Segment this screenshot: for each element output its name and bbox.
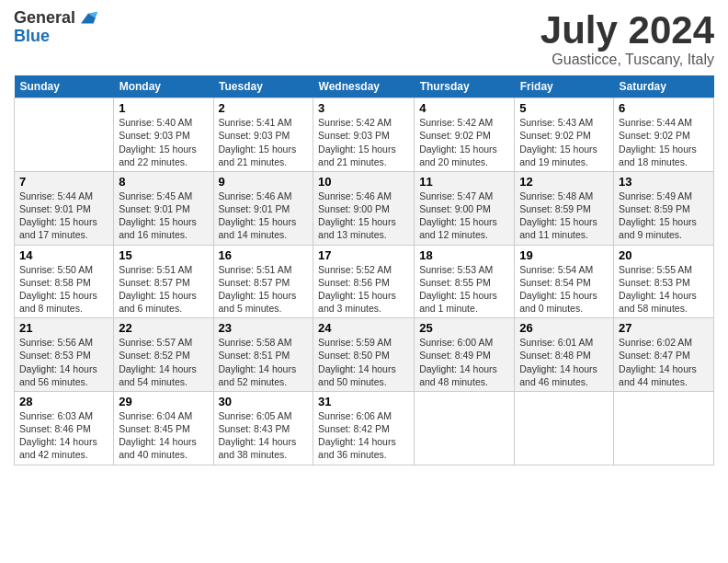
day-info: Sunrise: 5:42 AMSunset: 9:02 PMDaylight:… (419, 116, 509, 168)
day-info: Sunrise: 6:04 AMSunset: 8:45 PMDaylight:… (119, 409, 208, 462)
calendar-week-1: 1Sunrise: 5:40 AMSunset: 9:03 PMDaylight… (15, 98, 714, 172)
calendar-week-4: 21Sunrise: 5:56 AMSunset: 8:53 PMDayligh… (15, 318, 714, 392)
col-friday: Friday (515, 75, 614, 98)
calendar-cell: 17Sunrise: 5:52 AMSunset: 8:56 PMDayligh… (313, 245, 415, 318)
day-info: Sunrise: 5:51 AMSunset: 8:57 PMDaylight:… (119, 263, 208, 316)
day-number: 19 (519, 248, 609, 262)
day-number: 14 (19, 248, 108, 262)
calendar-cell: 5Sunrise: 5:43 AMSunset: 9:02 PMDaylight… (515, 98, 614, 172)
calendar-cell: 3Sunrise: 5:42 AMSunset: 9:03 PMDaylight… (313, 98, 415, 172)
day-number: 28 (19, 395, 108, 408)
logo-general: General (14, 9, 75, 28)
day-number: 1 (119, 101, 208, 115)
calendar-cell: 19Sunrise: 5:54 AMSunset: 8:54 PMDayligh… (515, 245, 614, 318)
calendar-cell (15, 98, 114, 172)
location-title: Guasticce, Tuscany, Italy (540, 52, 714, 68)
calendar-cell: 9Sunrise: 5:46 AMSunset: 9:01 PMDaylight… (213, 171, 313, 245)
calendar-cell: 14Sunrise: 5:50 AMSunset: 8:58 PMDayligh… (15, 245, 114, 318)
calendar-cell: 29Sunrise: 6:04 AMSunset: 8:45 PMDayligh… (114, 391, 213, 465)
day-number: 23 (219, 321, 309, 335)
calendar-week-2: 7Sunrise: 5:44 AMSunset: 9:01 PMDaylight… (15, 171, 714, 245)
calendar-cell: 25Sunrise: 6:00 AMSunset: 8:49 PMDayligh… (415, 318, 515, 392)
col-wednesday: Wednesday (313, 75, 415, 98)
calendar-cell: 26Sunrise: 6:01 AMSunset: 8:48 PMDayligh… (515, 318, 614, 392)
day-info: Sunrise: 5:54 AMSunset: 8:54 PMDaylight:… (519, 263, 609, 316)
calendar-cell (515, 391, 614, 465)
calendar-cell: 23Sunrise: 5:58 AMSunset: 8:51 PMDayligh… (213, 318, 313, 392)
logo: General Blue (14, 9, 99, 46)
day-info: Sunrise: 6:03 AMSunset: 8:46 PMDaylight:… (19, 409, 108, 462)
day-info: Sunrise: 5:46 AMSunset: 9:01 PMDaylight:… (219, 190, 309, 242)
day-number: 16 (219, 248, 309, 262)
day-number: 2 (219, 101, 309, 115)
main-container: General Blue July 2024 Guasticce, Tuscan… (0, 0, 728, 470)
day-info: Sunrise: 5:51 AMSunset: 8:57 PMDaylight:… (219, 263, 309, 316)
day-number: 3 (318, 101, 409, 115)
day-info: Sunrise: 6:06 AMSunset: 8:42 PMDaylight:… (318, 409, 409, 462)
day-number: 18 (419, 248, 509, 262)
calendar-cell: 12Sunrise: 5:48 AMSunset: 8:59 PMDayligh… (515, 171, 614, 245)
calendar-week-3: 14Sunrise: 5:50 AMSunset: 8:58 PMDayligh… (15, 245, 714, 318)
day-info: Sunrise: 5:49 AMSunset: 8:59 PMDaylight:… (619, 190, 709, 242)
col-sunday: Sunday (15, 75, 114, 98)
day-number: 5 (519, 101, 609, 115)
day-info: Sunrise: 5:52 AMSunset: 8:56 PMDaylight:… (318, 263, 409, 316)
calendar-cell: 13Sunrise: 5:49 AMSunset: 8:59 PMDayligh… (614, 171, 714, 245)
calendar-cell: 18Sunrise: 5:53 AMSunset: 8:55 PMDayligh… (415, 245, 515, 318)
col-saturday: Saturday (614, 75, 714, 98)
calendar-cell: 15Sunrise: 5:51 AMSunset: 8:57 PMDayligh… (114, 245, 213, 318)
day-number: 9 (219, 175, 309, 189)
col-monday: Monday (114, 75, 213, 98)
calendar-cell: 22Sunrise: 5:57 AMSunset: 8:52 PMDayligh… (114, 318, 213, 392)
day-info: Sunrise: 5:46 AMSunset: 9:00 PMDaylight:… (318, 190, 409, 242)
calendar-cell: 21Sunrise: 5:56 AMSunset: 8:53 PMDayligh… (15, 318, 114, 392)
header-row-days: Sunday Monday Tuesday Wednesday Thursday… (15, 75, 714, 98)
day-number: 7 (19, 175, 108, 189)
day-info: Sunrise: 5:53 AMSunset: 8:55 PMDaylight:… (419, 263, 509, 316)
calendar-cell: 6Sunrise: 5:44 AMSunset: 9:02 PMDaylight… (614, 98, 714, 172)
calendar-cell: 4Sunrise: 5:42 AMSunset: 9:02 PMDaylight… (415, 98, 515, 172)
day-info: Sunrise: 5:41 AMSunset: 9:03 PMDaylight:… (219, 116, 309, 168)
day-info: Sunrise: 5:56 AMSunset: 8:53 PMDaylight:… (19, 336, 108, 388)
calendar-cell: 27Sunrise: 6:02 AMSunset: 8:47 PMDayligh… (614, 318, 714, 392)
header-row: General Blue July 2024 Guasticce, Tuscan… (14, 9, 714, 68)
calendar-cell (415, 391, 515, 465)
day-info: Sunrise: 5:50 AMSunset: 8:58 PMDaylight:… (19, 263, 108, 316)
day-info: Sunrise: 5:59 AMSunset: 8:50 PMDaylight:… (318, 336, 409, 388)
day-number: 21 (19, 321, 108, 335)
day-info: Sunrise: 5:48 AMSunset: 8:59 PMDaylight:… (519, 190, 609, 242)
calendar-cell: 8Sunrise: 5:45 AMSunset: 9:01 PMDaylight… (114, 171, 213, 245)
day-info: Sunrise: 6:00 AMSunset: 8:49 PMDaylight:… (419, 336, 509, 388)
day-number: 20 (619, 248, 709, 262)
day-number: 22 (119, 321, 208, 335)
day-info: Sunrise: 5:44 AMSunset: 9:02 PMDaylight:… (619, 116, 709, 168)
day-info: Sunrise: 5:42 AMSunset: 9:03 PMDaylight:… (318, 116, 409, 168)
day-number: 11 (419, 175, 509, 189)
day-number: 31 (318, 395, 409, 408)
day-number: 13 (619, 175, 709, 189)
calendar-cell: 28Sunrise: 6:03 AMSunset: 8:46 PMDayligh… (15, 391, 114, 465)
day-number: 30 (219, 395, 309, 408)
day-number: 12 (519, 175, 609, 189)
day-number: 17 (318, 248, 409, 262)
calendar-cell: 11Sunrise: 5:47 AMSunset: 9:00 PMDayligh… (415, 171, 515, 245)
day-number: 27 (619, 321, 709, 335)
calendar-cell: 10Sunrise: 5:46 AMSunset: 9:00 PMDayligh… (313, 171, 415, 245)
day-number: 25 (419, 321, 509, 335)
day-info: Sunrise: 5:44 AMSunset: 9:01 PMDaylight:… (19, 190, 108, 242)
calendar-cell (614, 391, 714, 465)
calendar-cell: 16Sunrise: 5:51 AMSunset: 8:57 PMDayligh… (213, 245, 313, 318)
logo-icon (77, 9, 99, 28)
day-number: 4 (419, 101, 509, 115)
day-number: 29 (119, 395, 208, 408)
day-info: Sunrise: 6:01 AMSunset: 8:48 PMDaylight:… (519, 336, 609, 388)
day-info: Sunrise: 5:58 AMSunset: 8:51 PMDaylight:… (219, 336, 309, 388)
col-thursday: Thursday (415, 75, 515, 98)
day-info: Sunrise: 5:57 AMSunset: 8:52 PMDaylight:… (119, 336, 208, 388)
day-number: 8 (119, 175, 208, 189)
calendar-week-5: 28Sunrise: 6:03 AMSunset: 8:46 PMDayligh… (15, 391, 714, 465)
day-number: 24 (318, 321, 409, 335)
day-info: Sunrise: 5:45 AMSunset: 9:01 PMDaylight:… (119, 190, 208, 242)
calendar-cell: 31Sunrise: 6:06 AMSunset: 8:42 PMDayligh… (313, 391, 415, 465)
day-info: Sunrise: 6:05 AMSunset: 8:43 PMDaylight:… (219, 409, 309, 462)
